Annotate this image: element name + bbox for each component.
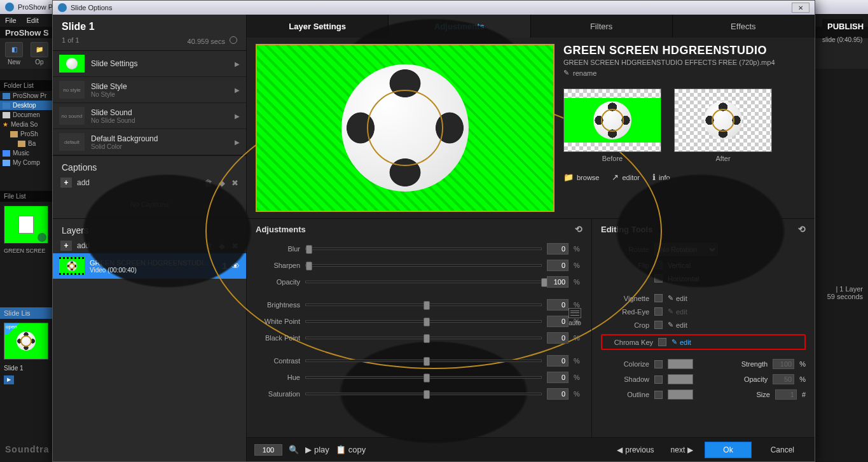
after-thumb <box>674 88 772 152</box>
soundtrack-label: Soundtra <box>0 442 54 457</box>
slider-saturation: Saturation0% <box>256 388 582 400</box>
strength-input[interactable]: 100 <box>773 359 794 369</box>
cancel-button[interactable]: Cancel <box>758 442 807 458</box>
option-slide-settings[interactable]: Slide Settings ▶ <box>53 51 246 77</box>
file-thumb[interactable] <box>4 206 48 244</box>
slider-track[interactable] <box>305 320 542 323</box>
slider-contrast: Contrast0% <box>256 355 582 367</box>
folder-item[interactable]: Music <box>0 148 52 158</box>
menu-file[interactable]: File <box>5 17 17 24</box>
folder-item[interactable]: ★Media So <box>0 120 52 129</box>
slider-track[interactable] <box>305 393 542 395</box>
outline-size-input[interactable]: 1 <box>775 389 797 400</box>
slide-duration-info: slide (0:40.95) <box>822 36 863 43</box>
file-label: GREEN SCREE <box>0 248 52 256</box>
folder-item[interactable]: ProShow Pr <box>0 91 52 101</box>
slider-track[interactable] <box>305 248 542 250</box>
zoom-icon[interactable]: 🔍 <box>289 445 299 454</box>
slide-index: 1 of 1 <box>62 36 79 45</box>
slider-value[interactable]: 0 <box>547 243 568 255</box>
layer-count-info: | 1 Layer 59 seconds <box>827 285 863 300</box>
slider-track[interactable] <box>305 360 542 362</box>
folder-item[interactable]: Documen <box>0 110 52 120</box>
previous-button[interactable]: ◀ previous <box>612 443 659 457</box>
slider-track[interactable] <box>305 264 542 267</box>
slider-value[interactable]: 0 <box>547 372 568 383</box>
slider-value[interactable]: 0 <box>547 355 568 367</box>
slider-hue: Hue0% <box>256 372 582 383</box>
tab-effects[interactable]: Effects <box>673 15 815 38</box>
auto-button[interactable]: auto <box>568 308 581 326</box>
publish-button[interactable]: PUBLISH <box>822 19 863 34</box>
file-list-panel: File List GREEN SCREE Slide Lis open Sli… <box>0 191 52 386</box>
slide-options-dialog: Slide Options ✕ Slide 1 1 of 1 40.959 se… <box>52 0 815 462</box>
reset-icon[interactable]: ⟲ <box>575 224 582 234</box>
slider-value[interactable]: 0 <box>547 299 568 311</box>
folder-list-header: Folder List <box>0 80 52 91</box>
slide-list-header[interactable]: Slide Lis <box>0 307 52 319</box>
slider-track[interactable] <box>305 337 542 339</box>
tool-open[interactable]: 📁Op <box>31 42 48 66</box>
slider-brightness: Brightness0% <box>256 299 582 311</box>
ok-button[interactable]: Ok <box>705 442 751 458</box>
slide-title: Slide 1 <box>53 15 246 36</box>
file-list-header: File List <box>0 191 52 202</box>
bg-title: ProShow P <box>18 3 53 11</box>
close-button[interactable]: ✕ <box>792 3 809 13</box>
next-button[interactable]: next ▶ <box>666 443 699 457</box>
slider-track[interactable] <box>305 304 542 306</box>
folder-list-panel: Folder List ProShow Pr Desktop Documen ★… <box>0 80 52 167</box>
slider-black-point: Black Point0% <box>256 332 582 344</box>
slide-thumb[interactable]: open <box>4 323 48 360</box>
folder-item[interactable]: Desktop <box>0 101 52 110</box>
slider-value[interactable]: 100 <box>547 276 568 288</box>
slider-value[interactable]: 0 <box>547 316 568 327</box>
slider-blur: Blur0% <box>256 243 582 255</box>
folder-item[interactable]: My Comp <box>0 158 52 167</box>
play-control[interactable]: ▶ <box>0 373 52 386</box>
shadow-opacity-input[interactable]: 50 <box>773 374 794 384</box>
adjustments-panel: Adjustments⟲ Blur0%Sharpen0%Opacity100% … <box>247 219 592 437</box>
folder-item[interactable]: ProSh <box>0 129 52 139</box>
slide-caption: Slide 1 <box>0 363 52 373</box>
dialog-icon <box>58 3 67 12</box>
slider-track[interactable] <box>305 281 542 283</box>
menu-edit[interactable]: Edit <box>27 17 39 24</box>
dialog-title: Slide Options <box>71 4 112 11</box>
preview-canvas[interactable] <box>256 44 555 212</box>
zoom-input[interactable]: 100 <box>254 444 282 456</box>
slider-value[interactable]: 0 <box>547 332 568 344</box>
tool-new[interactable]: ◧New <box>5 42 23 66</box>
slider-opacity: Opacity100% <box>256 276 582 288</box>
slider-sharpen: Sharpen0% <box>256 260 582 271</box>
slider-value[interactable]: 0 <box>547 260 568 271</box>
folder-item[interactable]: Ba <box>0 139 52 148</box>
slider-value[interactable]: 0 <box>547 388 568 400</box>
slide-sidebar: Slide 1 1 of 1 40.959 secs Slide Setting… <box>53 15 247 461</box>
slider-white-point: White Point0% <box>256 316 582 327</box>
slider-track[interactable] <box>305 376 542 379</box>
app-icon <box>5 3 14 11</box>
before-thumb <box>563 88 661 152</box>
